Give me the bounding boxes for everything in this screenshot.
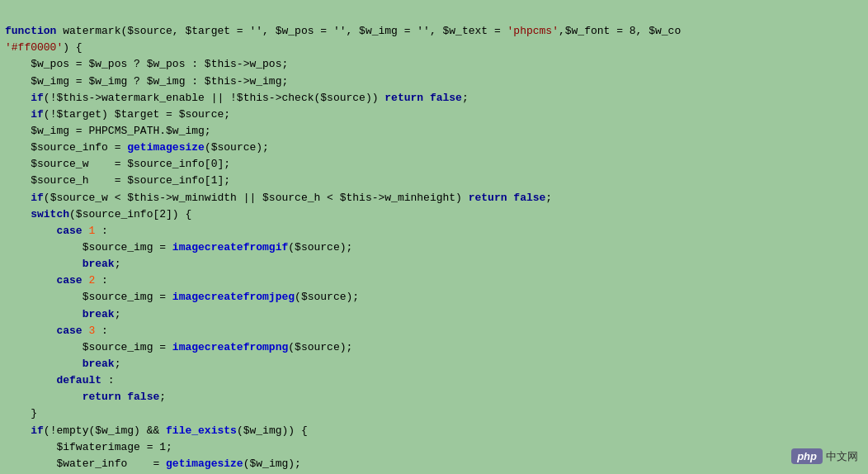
code-line: $source_info = getimagesize($source); bbox=[5, 140, 863, 156]
code-line: if(!empty($w_img) && file_exists($w_img)… bbox=[5, 423, 863, 439]
code-line: return false; bbox=[5, 389, 863, 405]
code-line: } bbox=[5, 405, 863, 422]
php-text: 中文网 bbox=[826, 449, 858, 464]
code-line: break; bbox=[5, 306, 863, 323]
code-line: $source_w = $source_info[0]; bbox=[5, 156, 863, 173]
code-line: case 3 : bbox=[5, 323, 863, 339]
code-line: $source_img = imagecreatefrompng($source… bbox=[5, 339, 863, 356]
code-area: function watermark($source, $target = ''… bbox=[0, 0, 868, 474]
code-line: switch($source_info[2]) { bbox=[5, 206, 863, 223]
code-line: '#ff0000') { bbox=[5, 40, 863, 56]
code-line: $w_pos = $w_pos ? $w_pos : $this->w_pos; bbox=[5, 56, 863, 73]
code-line: break; bbox=[5, 356, 863, 372]
code-line: $w_img = PHPCMS_PATH.$w_img; bbox=[5, 123, 863, 140]
code-line: $ifwaterimage = 1; bbox=[5, 439, 863, 456]
code-line: $source_img = imagecreatefromgif($source… bbox=[5, 239, 863, 256]
code-line: default : bbox=[5, 372, 863, 389]
code-line: if(!$this->watermark_enable || !$this->c… bbox=[5, 90, 863, 107]
code-line: break; bbox=[5, 256, 863, 273]
code-line: $source_img = imagecreatefromjpeg($sourc… bbox=[5, 289, 863, 306]
php-badge: php 中文网 bbox=[791, 448, 858, 464]
code-line: case 2 : bbox=[5, 273, 863, 289]
code-line: case 1 : bbox=[5, 223, 863, 239]
code-line: $water_info = getimagesize($w_img); bbox=[5, 456, 863, 472]
code-line: function watermark($source, $target = ''… bbox=[5, 23, 863, 40]
php-logo: php bbox=[791, 448, 823, 464]
code-line: $w_img = $w_img ? $w_img : $this->w_img; bbox=[5, 73, 863, 90]
code-line: if(!$target) $target = $source; bbox=[5, 107, 863, 123]
code-line: $source_h = $source_info[1]; bbox=[5, 173, 863, 189]
code-line: if($source_w < $this->w_minwidth || $sou… bbox=[5, 190, 863, 206]
